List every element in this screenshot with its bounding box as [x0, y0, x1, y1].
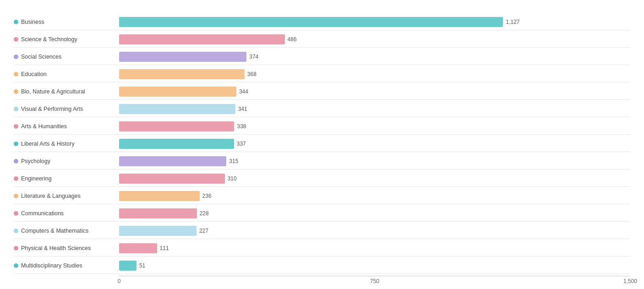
bar-label-text: Computers & Mathematics — [21, 228, 88, 234]
bar-value: 228 — [200, 210, 209, 217]
bar-dot — [14, 107, 18, 111]
bar-fill — [119, 69, 245, 79]
bar-container: 227 — [119, 225, 630, 236]
bar-label: Education — [14, 71, 119, 77]
bar-label: Computers & Mathematics — [14, 228, 119, 234]
bar-dot — [14, 211, 18, 216]
bar-label-text: Bio, Nature & Agricultural — [21, 88, 85, 95]
bar-value: 338 — [237, 123, 246, 130]
bar-value: 315 — [229, 158, 238, 164]
bar-value: 368 — [247, 71, 257, 77]
bar-container: 368 — [119, 69, 630, 80]
bar-fill — [119, 243, 157, 253]
table-row: Visual & Performing Arts341 — [14, 101, 630, 117]
bar-container: 310 — [119, 173, 630, 184]
bar-label: Communications — [14, 210, 119, 217]
bar-container: 486 — [119, 34, 630, 45]
bar-container: 315 — [119, 156, 630, 167]
bar-label-text: Psychology — [21, 158, 50, 164]
table-row: Liberal Arts & History337 — [14, 136, 630, 152]
table-row: Bio, Nature & Agricultural344 — [14, 83, 630, 100]
table-row: Arts & Humanities338 — [14, 118, 630, 135]
bar-fill — [119, 52, 246, 62]
bar-value: 374 — [249, 54, 258, 60]
bar-label-text: Physical & Health Sciences — [21, 245, 91, 251]
bar-dot — [14, 246, 18, 251]
table-row: Communications228 — [14, 205, 630, 222]
bar-value: 111 — [160, 245, 169, 251]
bar-label-text: Multidisciplinary Studies — [21, 262, 82, 269]
bar-container: 236 — [119, 191, 630, 202]
bar-dot — [14, 89, 18, 94]
bar-container: 338 — [119, 121, 630, 132]
bar-value: 236 — [202, 193, 212, 199]
bar-container: 374 — [119, 51, 630, 62]
table-row: Psychology315 — [14, 153, 630, 169]
bar-fill — [119, 191, 200, 201]
bar-fill — [119, 208, 197, 218]
bar-label: Business — [14, 19, 119, 25]
bar-label-text: Social Sciences — [21, 54, 61, 60]
x-tick-label: 0 — [118, 278, 121, 284]
bar-fill — [119, 121, 234, 131]
bar-fill — [119, 261, 136, 271]
chart-area: Business1,127Science & Technology486Soci… — [14, 14, 630, 289]
bar-label-text: Science & Technology — [21, 36, 77, 43]
x-axis: 07501,500 — [119, 276, 630, 289]
table-row: Computers & Mathematics227 — [14, 223, 630, 239]
table-row: Engineering310 — [14, 170, 630, 187]
bar-label: Literature & Languages — [14, 193, 119, 199]
bar-fill — [119, 104, 235, 114]
bar-dot — [14, 194, 18, 198]
bar-value: 227 — [199, 228, 208, 234]
bar-fill — [119, 156, 226, 166]
bar-label: Social Sciences — [14, 54, 119, 60]
table-row: Education368 — [14, 66, 630, 82]
bar-label: Engineering — [14, 175, 119, 182]
bar-value: 1,127 — [506, 19, 519, 25]
table-row: Social Sciences374 — [14, 49, 630, 65]
bar-dot — [14, 55, 18, 59]
bar-container: 111 — [119, 243, 630, 254]
bar-label: Visual & Performing Arts — [14, 106, 119, 112]
bar-fill — [119, 87, 236, 97]
bar-label: Multidisciplinary Studies — [14, 262, 119, 269]
bar-label-text: Liberal Arts & History — [21, 141, 75, 147]
bar-value: 486 — [288, 36, 297, 43]
bar-value: 344 — [239, 88, 248, 95]
x-tick-label: 750 — [370, 278, 379, 284]
bar-label-text: Engineering — [21, 175, 52, 182]
bar-dot — [14, 124, 18, 129]
bar-label-text: Business — [21, 19, 44, 25]
bar-label: Arts & Humanities — [14, 123, 119, 130]
bar-label-text: Arts & Humanities — [21, 123, 67, 130]
bar-fill — [119, 139, 234, 149]
bar-label: Physical & Health Sciences — [14, 245, 119, 251]
bar-container: 1,127 — [119, 16, 630, 27]
bar-dot — [14, 159, 18, 164]
bars-container: Business1,127Science & Technology486Soci… — [14, 14, 630, 274]
bar-container: 341 — [119, 104, 630, 115]
x-tick-label: 1,500 — [623, 278, 637, 284]
bar-label: Psychology — [14, 158, 119, 164]
bar-fill — [119, 34, 285, 44]
bar-value: 337 — [237, 141, 246, 147]
bar-label-text: Communications — [21, 210, 64, 217]
table-row: Science & Technology486 — [14, 31, 630, 48]
bar-label-text: Education — [21, 71, 47, 77]
bar-label: Liberal Arts & History — [14, 141, 119, 147]
bar-dot — [14, 229, 18, 233]
table-row: Literature & Languages236 — [14, 188, 630, 204]
bar-container: 51 — [119, 260, 630, 271]
bar-label-text: Visual & Performing Arts — [21, 106, 83, 112]
bar-container: 228 — [119, 208, 630, 219]
bar-dot — [14, 263, 18, 268]
bar-dot — [14, 20, 18, 24]
bar-label: Bio, Nature & Agricultural — [14, 88, 119, 95]
bar-container: 344 — [119, 86, 630, 97]
bar-value: 310 — [228, 175, 237, 182]
bar-fill — [119, 17, 503, 27]
table-row: Physical & Health Sciences111 — [14, 240, 630, 256]
bar-fill — [119, 174, 225, 184]
bar-dot — [14, 72, 18, 76]
